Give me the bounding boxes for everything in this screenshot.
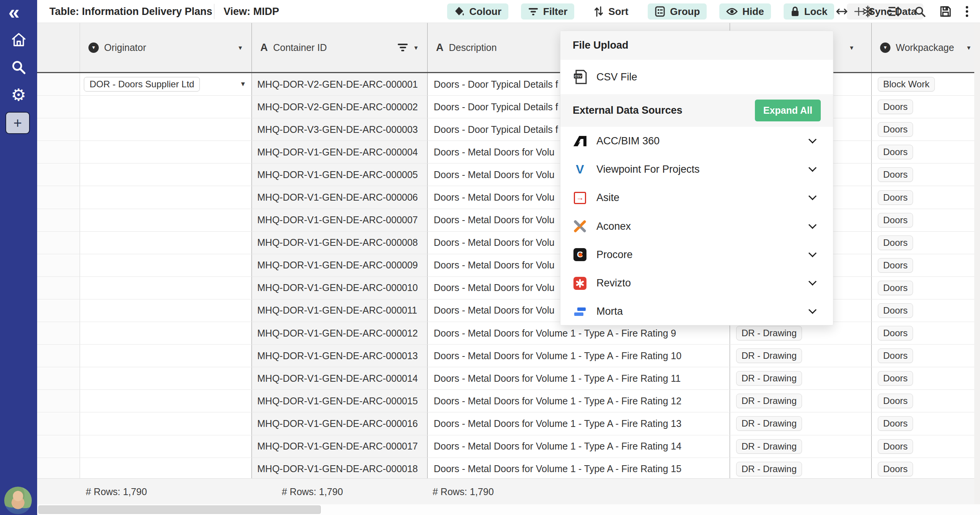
- row-gutter-cell[interactable]: [37, 254, 80, 276]
- container-id-cell[interactable]: MHQ-DOR-V3-GEN-DE-ARC-000003: [252, 118, 428, 141]
- originator-cell[interactable]: [80, 254, 252, 276]
- home-icon[interactable]: [11, 32, 27, 49]
- row-height-icon[interactable]: [888, 6, 900, 17]
- row-gutter-cell[interactable]: [37, 141, 80, 163]
- column-menu-chevron-icon[interactable]: ▼: [966, 44, 972, 51]
- container-id-cell[interactable]: MHQ-DOR-V1-GEN-DE-ARC-000016: [252, 412, 428, 435]
- originator-cell[interactable]: [80, 209, 252, 231]
- document-type-cell[interactable]: DR - Drawing: [730, 458, 872, 478]
- vertical-scrollbar[interactable]: [974, 23, 980, 504]
- container-id-cell[interactable]: MHQ-DOR-V1-GEN-DE-ARC-000005: [252, 163, 428, 186]
- workpackage-chip[interactable]: Doors: [878, 416, 913, 431]
- workpackage-chip[interactable]: Doors: [878, 258, 913, 273]
- row-gutter-cell[interactable]: [37, 163, 80, 186]
- data-source-item-acc[interactable]: ACC/BIM 360: [560, 127, 833, 155]
- originator-cell[interactable]: [80, 186, 252, 208]
- save-icon[interactable]: [940, 6, 951, 17]
- originator-cell[interactable]: [80, 163, 252, 186]
- column-menu-chevron-icon[interactable]: ▼: [413, 44, 419, 51]
- workpackage-chip[interactable]: Doors: [878, 439, 913, 454]
- row-gutter-cell[interactable]: [37, 390, 80, 412]
- workpackage-chip[interactable]: Doors: [878, 348, 913, 363]
- workpackage-chip[interactable]: Doors: [878, 145, 913, 159]
- description-cell[interactable]: Doors - Metal Doors for Volume 1 - Type …: [428, 458, 730, 478]
- workpackage-cell[interactable]: Doors: [872, 367, 974, 389]
- originator-dropdown-chevron-icon[interactable]: ▼: [240, 80, 246, 88]
- container-id-cell[interactable]: MHQ-DOR-V1-GEN-DE-ARC-000008: [252, 232, 428, 254]
- workpackage-chip[interactable]: Doors: [878, 122, 913, 137]
- hide-button[interactable]: Hide: [719, 3, 771, 20]
- row-gutter-cell[interactable]: [37, 367, 80, 389]
- workpackage-chip[interactable]: Doors: [878, 326, 913, 340]
- row-gutter-cell[interactable]: [37, 277, 80, 299]
- document-type-chip[interactable]: DR - Drawing: [736, 394, 802, 408]
- originator-cell[interactable]: [80, 345, 252, 367]
- originator-cell[interactable]: [80, 435, 252, 458]
- expand-all-button[interactable]: Expand All: [755, 100, 821, 121]
- workpackage-chip[interactable]: Doors: [878, 213, 913, 227]
- container-id-cell[interactable]: MHQ-DOR-V1-GEN-DE-ARC-000006: [252, 186, 428, 208]
- collapse-sidebar-icon[interactable]: «: [8, 2, 20, 22]
- workpackage-cell[interactable]: Doors: [872, 277, 974, 299]
- workpackage-cell[interactable]: Doors: [872, 412, 974, 435]
- data-source-item-aconex[interactable]: Aconex: [560, 212, 833, 240]
- workpackage-chip[interactable]: Doors: [878, 462, 913, 476]
- workpackage-cell[interactable]: Doors: [872, 232, 974, 254]
- document-type-cell[interactable]: DR - Drawing: [730, 435, 872, 458]
- group-button[interactable]: Group: [648, 3, 707, 20]
- data-source-item-morta[interactable]: Morta: [560, 298, 833, 325]
- workpackage-chip[interactable]: Doors: [878, 100, 913, 114]
- row-gutter-cell[interactable]: [37, 96, 80, 118]
- workpackage-cell[interactable]: Doors: [872, 96, 974, 118]
- row-gutter-cell[interactable]: [37, 322, 80, 344]
- document-type-cell[interactable]: DR - Drawing: [730, 345, 872, 367]
- more-vertical-icon[interactable]: [965, 5, 969, 18]
- row-gutter-cell[interactable]: [37, 458, 80, 478]
- originator-cell[interactable]: [80, 232, 252, 254]
- originator-cell[interactable]: [80, 277, 252, 299]
- column-filter-icon[interactable]: [398, 44, 408, 51]
- workpackage-chip[interactable]: Doors: [878, 303, 913, 318]
- document-type-chip[interactable]: DR - Drawing: [736, 439, 802, 454]
- column-header-container-id[interactable]: A Container ID ▼: [252, 23, 428, 72]
- workpackage-cell[interactable]: Doors: [872, 209, 974, 231]
- row-gutter-cell[interactable]: [37, 232, 80, 254]
- workpackage-cell[interactable]: Doors: [872, 390, 974, 412]
- row-gutter-cell[interactable]: [37, 299, 80, 322]
- column-header-originator[interactable]: ▼ Originator ▼: [80, 23, 252, 72]
- container-id-cell[interactable]: MHQ-DOR-V1-GEN-DE-ARC-000018: [252, 458, 428, 478]
- workpackage-cell[interactable]: Block Work: [872, 73, 974, 95]
- description-cell[interactable]: Doors - Metal Doors for Volume 1 - Type …: [428, 390, 730, 412]
- originator-cell[interactable]: [80, 141, 252, 163]
- freeze-icon[interactable]: [862, 5, 874, 18]
- lock-button[interactable]: Lock: [784, 3, 835, 20]
- chevron-down-icon[interactable]: [808, 221, 817, 229]
- chevron-down-icon[interactable]: [808, 192, 817, 200]
- column-header-workpackage[interactable]: ▼ Workpackage ▼: [872, 23, 980, 72]
- data-source-item-procore[interactable]: CProcore: [560, 240, 833, 269]
- originator-cell[interactable]: [80, 118, 252, 141]
- workpackage-cell[interactable]: Doors: [872, 141, 974, 163]
- container-id-cell[interactable]: MHQ-DOR-V1-GEN-DE-ARC-000010: [252, 277, 428, 299]
- search-icon[interactable]: [914, 6, 926, 17]
- workpackage-cell[interactable]: Doors: [872, 435, 974, 458]
- column-menu-chevron-icon[interactable]: ▼: [849, 44, 854, 51]
- container-id-cell[interactable]: MHQ-DOR-V1-GEN-DE-ARC-000012: [252, 322, 428, 344]
- originator-cell[interactable]: [80, 458, 252, 478]
- document-type-cell[interactable]: DR - Drawing: [730, 390, 872, 412]
- chevron-down-icon[interactable]: [808, 278, 817, 286]
- chevron-down-icon[interactable]: [808, 164, 817, 172]
- workpackage-chip[interactable]: Block Work: [878, 77, 935, 92]
- originator-cell[interactable]: [80, 412, 252, 435]
- document-type-chip[interactable]: DR - Drawing: [736, 462, 802, 476]
- originator-cell[interactable]: [80, 390, 252, 412]
- arrows-horizontal-icon[interactable]: [836, 8, 848, 15]
- container-id-cell[interactable]: MHQ-DOR-V1-GEN-DE-ARC-000013: [252, 345, 428, 367]
- workpackage-cell[interactable]: Doors: [872, 163, 974, 186]
- originator-cell[interactable]: [80, 322, 252, 344]
- workpackage-cell[interactable]: Doors: [872, 322, 974, 344]
- container-id-cell[interactable]: MHQ-DOR-V1-GEN-DE-ARC-000011: [252, 299, 428, 322]
- container-id-cell[interactable]: MHQ-DOR-V1-GEN-DE-ARC-000014: [252, 367, 428, 389]
- csv-file-item[interactable]: CSV CSV File: [560, 60, 833, 94]
- document-type-cell[interactable]: DR - Drawing: [730, 367, 872, 389]
